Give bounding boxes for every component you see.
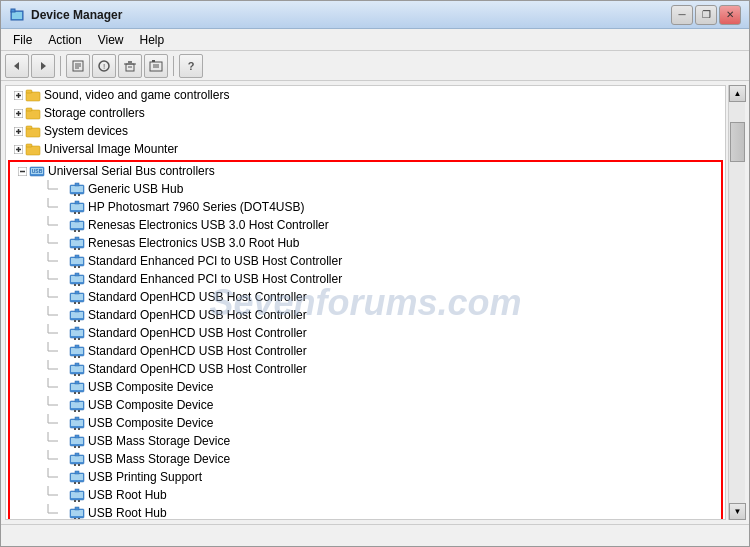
svg-rect-34 xyxy=(26,126,32,129)
tree-expander xyxy=(58,473,67,482)
menu-action[interactable]: Action xyxy=(40,31,89,49)
update-button[interactable]: ! xyxy=(92,54,116,78)
svg-rect-125 xyxy=(71,384,83,390)
tree-item[interactable]: Standard Enhanced PCI to USB Host Contro… xyxy=(10,270,721,288)
tree-item[interactable]: HP Photosmart 7960 Series (DOT4USB) xyxy=(10,198,721,216)
forward-button[interactable] xyxy=(31,54,55,78)
svg-rect-161 xyxy=(75,471,79,474)
tree-item[interactable]: Sound, video and game controllers xyxy=(6,86,725,104)
svg-rect-76 xyxy=(71,258,83,264)
tree-item-label: USB Composite Device xyxy=(88,380,213,394)
device-icon xyxy=(25,87,41,103)
tree-item[interactable]: Standard OpenHCD USB Host Controller xyxy=(10,324,721,342)
minimize-button[interactable]: ─ xyxy=(671,5,693,25)
tree-item[interactable]: USB Composite Device xyxy=(10,414,721,432)
tree-item[interactable]: Standard OpenHCD USB Host Controller xyxy=(10,306,721,324)
tree-expander xyxy=(14,109,23,118)
tree-item[interactable]: Generic USB Hub xyxy=(10,180,721,198)
svg-rect-91 xyxy=(75,291,79,294)
tree-expander xyxy=(58,275,67,284)
tree-expander xyxy=(58,185,67,194)
svg-rect-177 xyxy=(78,518,80,520)
uninstall-button[interactable] xyxy=(118,54,142,78)
tree-item-label: Standard Enhanced PCI to USB Host Contro… xyxy=(88,272,342,286)
svg-rect-78 xyxy=(74,266,76,268)
tree-expander xyxy=(58,239,67,248)
tree-expander xyxy=(58,509,67,518)
tree-item[interactable]: Standard Enhanced PCI to USB Host Contro… xyxy=(10,252,721,270)
scroll-thumb[interactable] xyxy=(730,122,745,162)
tree-item-label: Standard Enhanced PCI to USB Host Contro… xyxy=(88,254,342,268)
scroll-up-button[interactable]: ▲ xyxy=(729,85,746,102)
tree-item[interactable]: Standard OpenHCD USB Host Controller xyxy=(10,360,721,378)
device-tree[interactable]: Sevenforums.com Sound, video and game co… xyxy=(5,85,726,520)
close-button[interactable]: ✕ xyxy=(719,5,741,25)
tree-item[interactable]: Standard OpenHCD USB Host Controller xyxy=(10,342,721,360)
svg-rect-132 xyxy=(71,402,83,408)
tree-item-label: Universal Image Mounter xyxy=(44,142,178,156)
svg-marker-3 xyxy=(14,62,19,70)
tree-item[interactable]: USB Root Hub xyxy=(10,486,721,504)
tree-item[interactable]: USB Mass Storage Device xyxy=(10,432,721,450)
properties-button[interactable] xyxy=(66,54,90,78)
svg-rect-147 xyxy=(75,435,79,438)
device-icon xyxy=(69,289,85,305)
svg-rect-90 xyxy=(71,294,83,300)
tree-item-label: USB Root Hub xyxy=(88,506,167,520)
device-icon xyxy=(25,123,41,139)
device-icon xyxy=(69,451,85,467)
tree-item[interactable]: Renesas Electronics USB 3.0 Host Control… xyxy=(10,216,721,234)
svg-rect-33 xyxy=(26,128,40,137)
device-icon xyxy=(25,141,41,157)
menu-file[interactable]: File xyxy=(5,31,40,49)
svg-rect-65 xyxy=(78,230,80,232)
device-icon xyxy=(25,105,41,121)
tree-item[interactable]: USB Composite Device xyxy=(10,396,721,414)
tree-expander xyxy=(14,91,23,100)
tree-item-label: Sound, video and game controllers xyxy=(44,88,229,102)
tree-item-label: Universal Serial Bus controllers xyxy=(48,164,215,178)
tree-item[interactable]: Universal Image Mounter xyxy=(6,140,725,158)
tree-item[interactable]: USB Universal Serial Bus controllers xyxy=(10,162,721,180)
scroll-track[interactable] xyxy=(729,102,745,503)
scan-button[interactable] xyxy=(144,54,168,78)
tree-expander xyxy=(58,293,67,302)
menu-view[interactable]: View xyxy=(90,31,132,49)
svg-rect-156 xyxy=(78,464,80,466)
tree-item[interactable]: USB Printing Support xyxy=(10,468,721,486)
help-button[interactable]: ? xyxy=(179,54,203,78)
svg-rect-105 xyxy=(75,327,79,330)
tree-expander xyxy=(58,221,67,230)
tree-expander xyxy=(58,311,67,320)
tree-item[interactable]: USB Root Hub xyxy=(10,504,721,520)
svg-rect-39 xyxy=(26,144,32,147)
device-icon: USB xyxy=(29,163,45,179)
menu-help[interactable]: Help xyxy=(132,31,173,49)
svg-rect-174 xyxy=(71,510,83,516)
svg-rect-72 xyxy=(78,248,80,250)
back-button[interactable] xyxy=(5,54,29,78)
device-icon xyxy=(69,181,85,197)
tree-item-label: Storage controllers xyxy=(44,106,145,120)
svg-rect-139 xyxy=(71,420,83,426)
scrollbar[interactable]: ▲ ▼ xyxy=(728,85,745,520)
svg-rect-79 xyxy=(78,266,80,268)
tree-item[interactable]: Standard OpenHCD USB Host Controller xyxy=(10,288,721,306)
tree-item[interactable]: USB Mass Storage Device xyxy=(10,450,721,468)
scroll-down-button[interactable]: ▼ xyxy=(729,503,746,520)
tree-item-label: Renesas Electronics USB 3.0 Host Control… xyxy=(88,218,329,232)
svg-rect-63 xyxy=(75,219,79,222)
tree-item[interactable]: Storage controllers xyxy=(6,104,725,122)
tree-item[interactable]: USB Composite Device xyxy=(10,378,721,396)
tree-item-label: USB Composite Device xyxy=(88,416,213,430)
svg-rect-111 xyxy=(71,348,83,354)
tree-item-label: Standard OpenHCD USB Host Controller xyxy=(88,362,307,376)
tree-item[interactable]: Renesas Electronics USB 3.0 Root Hub xyxy=(10,234,721,252)
tree-expander xyxy=(58,365,67,374)
device-icon xyxy=(69,433,85,449)
restore-button[interactable]: ❐ xyxy=(695,5,717,25)
tree-item-label: Renesas Electronics USB 3.0 Root Hub xyxy=(88,236,299,250)
tree-item[interactable]: System devices xyxy=(6,122,725,140)
svg-rect-154 xyxy=(75,453,79,456)
tree-expander xyxy=(58,401,67,410)
